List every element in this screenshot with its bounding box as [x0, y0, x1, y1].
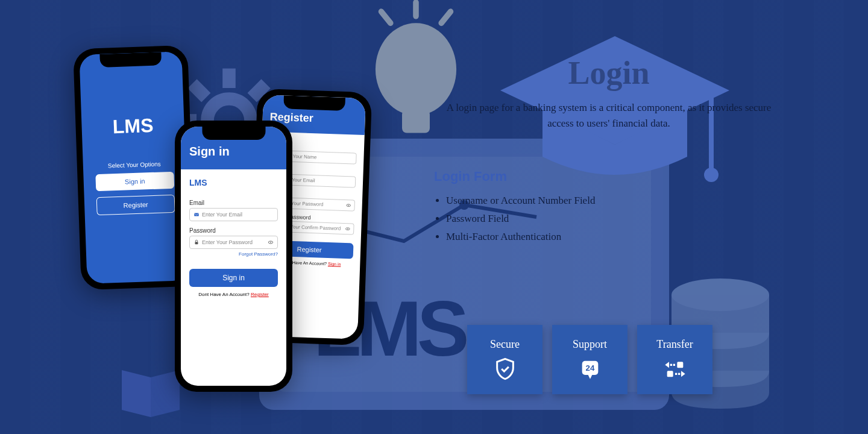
list-item: Username or Account Number Field	[446, 192, 735, 210]
phone2-password-placeholder: Enter Your Password	[202, 239, 253, 245]
support-24-icon: 24	[578, 357, 602, 381]
phone1-options-label: Select Your Options	[108, 160, 161, 169]
feature-cards: Secure Support 24 Transfer	[467, 325, 712, 394]
phone2-password-label: Password	[189, 227, 278, 234]
svg-line-14	[441, 11, 450, 23]
feature-label: Support	[573, 338, 607, 351]
lock-icon	[193, 239, 200, 245]
shield-check-icon	[493, 357, 517, 381]
page-title: Login	[434, 54, 784, 92]
svg-rect-3	[222, 69, 236, 88]
eye-icon[interactable]	[345, 226, 350, 231]
svg-rect-40	[675, 373, 677, 375]
hero-section: Login A login page for a banking system …	[434, 54, 784, 131]
phone2-footer: Dont Have An Account? Register	[189, 292, 278, 297]
svg-point-24	[348, 205, 349, 206]
login-form-heading: Login Form	[434, 169, 735, 184]
svg-point-27	[347, 228, 348, 230]
phone2-footer-text: Dont Have An Account?	[198, 292, 251, 297]
feature-card-transfer[interactable]: Transfer	[637, 325, 712, 394]
phone2-email-label: Email	[189, 200, 278, 206]
phone1-register-button[interactable]: Register	[96, 195, 175, 216]
mail-icon	[193, 212, 200, 218]
svg-point-31	[270, 242, 271, 243]
feature-card-secure[interactable]: Secure	[467, 325, 542, 394]
svg-rect-9	[187, 79, 210, 102]
phone2-email-placeholder: Enter Your Email	[202, 212, 242, 218]
svg-line-13	[382, 11, 391, 23]
login-form-info: Login Form Username or Account Number Fi…	[434, 169, 735, 245]
list-item: Multi-Factor Authentication	[446, 228, 735, 246]
svg-rect-38	[677, 362, 683, 368]
phone-mockup-signin: Sign in LMS Email Enter Your Email Passw…	[175, 121, 292, 392]
svg-marker-35	[665, 362, 669, 368]
eye-icon[interactable]	[268, 239, 274, 245]
phone2-register-link[interactable]: Register	[251, 292, 269, 297]
svg-rect-12	[402, 110, 430, 133]
phone2-forgot-link[interactable]: Forgot Password?	[189, 251, 278, 257]
phone-notch	[99, 52, 162, 68]
phone1-signin-button[interactable]: Sign in	[95, 172, 174, 192]
svg-marker-42	[681, 371, 685, 377]
page-description: A login page for a banking system is a c…	[434, 100, 784, 131]
svg-text:24: 24	[585, 363, 594, 373]
phone-notch	[283, 95, 345, 111]
eye-icon[interactable]	[346, 203, 351, 208]
svg-marker-33	[588, 375, 592, 379]
phone2-email-input[interactable]: Enter Your Email	[189, 208, 278, 221]
svg-rect-37	[673, 364, 675, 366]
phone-notch	[202, 127, 265, 140]
transfer-icon	[663, 357, 687, 381]
svg-rect-41	[678, 373, 680, 375]
feature-label: Transfer	[656, 338, 693, 351]
svg-rect-28	[194, 213, 199, 216]
svg-rect-39	[667, 371, 673, 377]
svg-rect-36	[670, 364, 671, 366]
phone2-signin-button[interactable]: Sign in	[189, 269, 278, 287]
phone2-title: LMS	[189, 178, 278, 190]
svg-rect-29	[195, 242, 198, 244]
phone1-logo: LMS	[112, 115, 154, 138]
login-form-list: Username or Account Number Field Passwor…	[434, 192, 735, 245]
phone2-password-input[interactable]: Enter Your Password	[189, 236, 278, 249]
feature-label: Secure	[490, 338, 520, 351]
phone3-signin-link[interactable]: Sign in	[328, 262, 341, 266]
list-item: Password Field	[446, 210, 735, 228]
feature-card-support[interactable]: Support 24	[552, 325, 627, 394]
